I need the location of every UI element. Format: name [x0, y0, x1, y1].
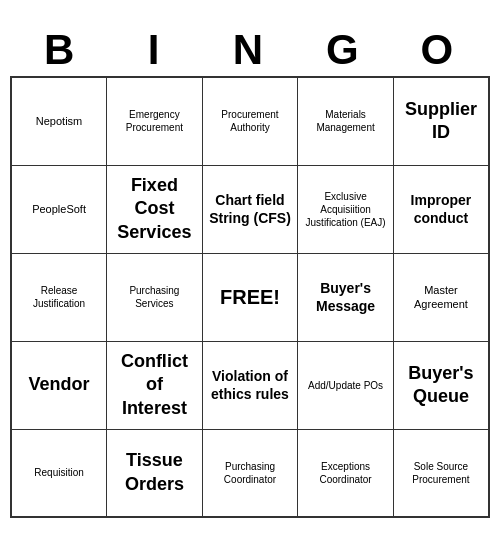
cell-r3-c0: Vendor [11, 341, 107, 429]
cell-r1-c1: Fixed Cost Services [107, 165, 203, 253]
cell-r2-c4: Master Agreement [393, 253, 489, 341]
cell-r2-c0: Release Justification [11, 253, 107, 341]
cell-r4-c1: Tissue Orders [107, 429, 203, 517]
cell-r1-c0: PeopleSoft [11, 165, 107, 253]
cell-r1-c4: Improper conduct [393, 165, 489, 253]
cell-r3-c1: Conflict of Interest [107, 341, 203, 429]
bingo-grid: NepotismEmergency ProcurementProcurement… [10, 76, 490, 518]
letter-n: N [206, 26, 294, 74]
letter-o: O [395, 26, 483, 74]
letter-i: I [112, 26, 200, 74]
cell-r3-c2: Violation of ethics rules [202, 341, 298, 429]
cell-r0-c3: Materials Management [298, 77, 394, 165]
cell-r0-c2: Procurement Authority [202, 77, 298, 165]
cell-r1-c3: Exclusive Acquisiition Justification (EA… [298, 165, 394, 253]
cell-r0-c1: Emergency Procurement [107, 77, 203, 165]
cell-r3-c4: Buyer's Queue [393, 341, 489, 429]
letter-b: B [17, 26, 105, 74]
cell-r4-c0: Requisition [11, 429, 107, 517]
cell-r4-c4: Sole Source Procurement [393, 429, 489, 517]
cell-r4-c2: Purchasing Coordinator [202, 429, 298, 517]
cell-r2-c2: FREE! [202, 253, 298, 341]
cell-r4-c3: Exceptions Coordinator [298, 429, 394, 517]
cell-r3-c3: Add/Update POs [298, 341, 394, 429]
cell-r1-c2: Chart field String (CFS) [202, 165, 298, 253]
cell-r0-c0: Nepotism [11, 77, 107, 165]
letter-g: G [300, 26, 388, 74]
cell-r2-c1: Purchasing Services [107, 253, 203, 341]
bingo-title: B I N G O [10, 26, 490, 74]
bingo-container: B I N G O NepotismEmergency ProcurementP… [10, 26, 490, 518]
cell-r0-c4: Supplier ID [393, 77, 489, 165]
cell-r2-c3: Buyer's Message [298, 253, 394, 341]
